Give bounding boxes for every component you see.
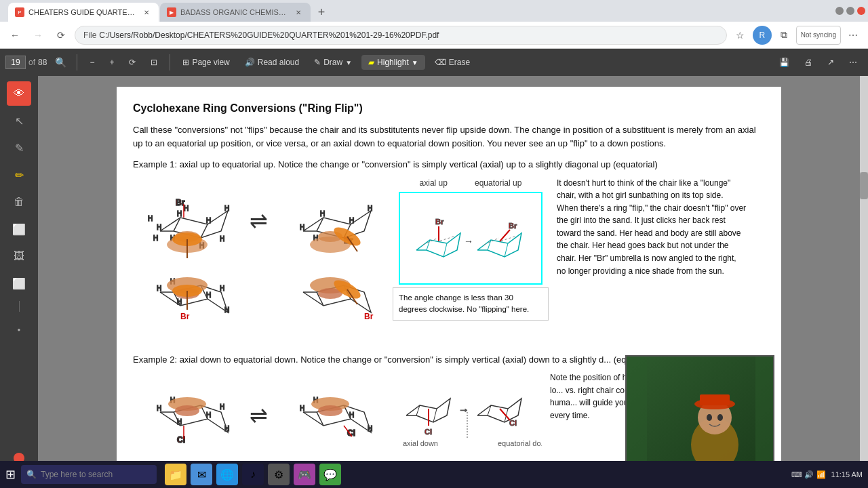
menu-btn[interactable]: ⋯ (844, 26, 863, 45)
maximize-btn[interactable] (846, 7, 854, 15)
axial-equatorial-section: axial up equatorial up (393, 177, 549, 321)
svg-text:H: H (300, 224, 304, 231)
sidebar-image-btn[interactable]: 🖼 (7, 244, 31, 268)
svg-point-102 (717, 414, 723, 421)
page-view-btn[interactable]: ⊞ Page view (177, 55, 235, 70)
title-bar: P CHEATERS GUIDE QUARTER 1 1... ✕ ▶ BADA… (0, 0, 868, 22)
taskbar-icon-app1[interactable]: ⚙ (268, 464, 290, 485)
forward-btn[interactable]: → (28, 26, 47, 45)
sidebar-highlight-pen-btn[interactable]: ✏ (7, 163, 31, 187)
sidebar-grid-btn[interactable]: ⬜ (7, 271, 31, 296)
taskbar-icon-browser[interactable]: 🌐 (216, 464, 238, 485)
sync-btn[interactable]: Not syncing (796, 26, 841, 45)
draw-btn[interactable]: ✎ Draw ▼ (309, 55, 357, 70)
svg-rect-96 (755, 357, 774, 477)
taskbar-icon-app3[interactable]: 💬 (319, 464, 341, 485)
taskbar-search-bar[interactable]: 🔍 Type here to search (21, 465, 157, 484)
chair-svg-3: H H H H H H Cl (133, 371, 241, 460)
page-view-label: Page view (192, 58, 229, 67)
extensions-btn[interactable]: ⧉ (774, 26, 793, 45)
tab-close-btn-2[interactable]: ✕ (293, 7, 304, 18)
read-aloud-icon: 🔊 (245, 58, 255, 67)
erase-label: Erase (449, 58, 470, 67)
svg-text:H: H (177, 298, 182, 306)
svg-text:H: H (320, 210, 325, 218)
taskbar-icon-app2[interactable]: 🎮 (294, 464, 315, 485)
chair-diagram-1: H H H H H H H H H H Br (133, 177, 241, 346)
tab-pdf[interactable]: P CHEATERS GUIDE QUARTER 1 1... ✕ (8, 3, 159, 22)
left-sidebar: 👁 ↖ ✎ ✏ 🗑 ⬜ 🖼 ⬜ ● (0, 76, 38, 488)
taskbar-icon-explorer[interactable]: 📁 (165, 464, 186, 485)
profile-btn[interactable]: R (753, 26, 772, 45)
arrow-2: ⇌ (250, 371, 268, 460)
sidebar-eye-btn[interactable]: 👁 (7, 81, 31, 106)
angle-explanation: The angle change is less than 30 degrees… (393, 287, 549, 321)
sidebar-delete-btn[interactable]: 🗑 (7, 190, 31, 214)
back-btn[interactable]: ← (5, 26, 24, 45)
svg-text:→: → (464, 236, 473, 247)
svg-text:Cl: Cl (425, 428, 432, 436)
highlight-dropdown-icon: ▼ (412, 59, 418, 66)
minimize-btn[interactable] (835, 7, 844, 15)
address-text: C:/Users/Robb/Desktop/CHEATERS%20GUIDE%2… (99, 30, 439, 40)
intro-text: Call these "conversions" not "flips" bec… (133, 123, 765, 150)
page-number-input[interactable] (5, 56, 26, 69)
sidebar-shapes-btn[interactable]: ⬜ (7, 217, 31, 241)
chair-diagram-4: H H H H Cl (276, 371, 384, 460)
refresh-btn[interactable]: ⟳ (52, 26, 71, 45)
svg-text:H: H (206, 291, 211, 299)
fit-btn[interactable]: ⊡ (145, 55, 163, 70)
equatorial-up-label: equatorial up (475, 177, 521, 189)
bookmark-btn[interactable]: ☆ (731, 26, 750, 45)
draw-icon: ✎ (314, 58, 321, 67)
example2-diagrams: Cl Cl → axial down equatorial (393, 371, 542, 453)
svg-line-57 (505, 243, 508, 257)
tab-close-btn-1[interactable]: ✕ (141, 7, 152, 18)
highlight-btn[interactable]: ▰ Highlight ▼ (361, 55, 425, 70)
sidebar-pen-btn[interactable]: ✎ (7, 136, 31, 160)
pdf-area[interactable]: Cyclohexane Ring Conversions ("Ring Flip… (38, 76, 860, 488)
svg-text:H: H (177, 210, 182, 218)
print-btn[interactable]: 🖨 (799, 55, 818, 70)
lounge-explanation: It doesn't hurt to think of the chair li… (557, 177, 747, 278)
main-layout: 👁 ↖ ✎ ✏ 🗑 ⬜ 🖼 ⬜ ● Cyclohexane Ring Conve… (0, 76, 868, 488)
svg-point-73 (175, 405, 199, 416)
start-menu-btn[interactable]: ⊞ (5, 467, 16, 482)
svg-text:Br: Br (435, 218, 444, 226)
save-btn[interactable]: 💾 (774, 55, 795, 70)
erase-btn[interactable]: ⌫ Erase (429, 55, 475, 70)
more-btn[interactable]: ⋯ (844, 55, 863, 70)
highlight-icon: ▰ (368, 58, 374, 67)
close-btn[interactable] (857, 7, 865, 15)
share-btn[interactable]: ↗ (822, 55, 840, 70)
taskbar-icons: 📁 ✉ 🌐 ♪ ⚙ 🎮 💬 (165, 464, 341, 485)
zoom-in-btn[interactable]: + (104, 55, 119, 70)
svg-text:H: H (148, 215, 153, 222)
taskbar-search-icon: 🔍 (26, 470, 37, 479)
read-aloud-btn[interactable]: 🔊 Read aloud (239, 55, 304, 70)
search-pdf-btn[interactable]: 🔍 (51, 53, 70, 72)
svg-text:H: H (157, 224, 161, 231)
svg-text:H: H (220, 285, 224, 292)
draw-label: Draw (323, 58, 342, 67)
svg-rect-100 (700, 394, 730, 405)
zoom-out-btn[interactable]: − (84, 55, 100, 70)
svg-text:H: H (220, 235, 224, 243)
highlight-label: Highlight (377, 58, 409, 67)
rotate-btn[interactable]: ⟳ (123, 55, 141, 70)
taskbar-search-placeholder: Type here to search (41, 470, 113, 479)
svg-text:H: H (157, 285, 161, 292)
nav-actions: ☆ R ⧉ Not syncing ⋯ (731, 26, 863, 45)
sidebar-dot-btn[interactable]: ● (7, 317, 31, 342)
taskbar-icon-music[interactable]: ♪ (242, 464, 264, 485)
video-overlay[interactable] (625, 355, 774, 477)
new-tab-button[interactable]: + (312, 3, 331, 22)
right-scrollbar[interactable] (860, 76, 868, 488)
svg-text:H: H (224, 205, 229, 212)
svg-text:H: H (349, 217, 354, 224)
divider-2 (170, 54, 170, 70)
address-bar[interactable]: File C:/Users/Robb/Desktop/CHEATERS%20GU… (75, 26, 727, 45)
taskbar-icon-mail[interactable]: ✉ (191, 464, 212, 485)
sidebar-cursor-btn[interactable]: ↖ (7, 108, 31, 133)
tab-youtube[interactable]: ▶ BADASS ORGANIC CHEMISTRY... ✕ (160, 3, 311, 22)
